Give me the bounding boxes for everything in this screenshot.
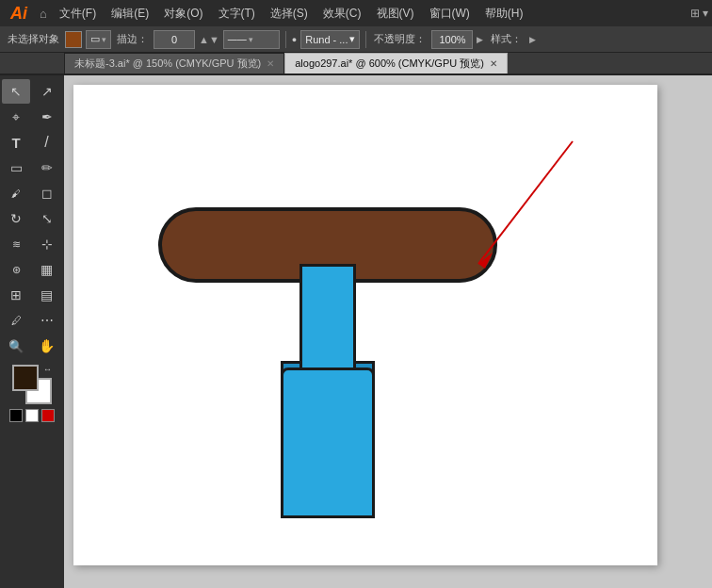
menu-window[interactable]: 窗口(W) <box>423 4 477 24</box>
sep2 <box>365 31 366 48</box>
eraser-tool[interactable]: ◻ <box>33 181 61 205</box>
foreground-color-swatch[interactable] <box>12 365 39 391</box>
mini-white[interactable] <box>25 409 39 422</box>
sep1 <box>285 31 286 48</box>
toolbar: 未选择对象 ▭ ▾ 描边： ▲▼ —— ▾ ● Rund - ... ▾ 不透明… <box>0 26 712 53</box>
shaft-body <box>281 368 375 518</box>
tab-0[interactable]: 未标题-3.ai* @ 150% (CMYK/GPU 预览) ✕ <box>64 53 284 74</box>
stroke-label: 描边： <box>115 32 150 46</box>
line-tool[interactable]: / <box>33 130 61 155</box>
opacity-input[interactable] <box>431 30 473 49</box>
rotate-tool[interactable]: ↻ <box>2 206 30 231</box>
fill-stroke-swatches[interactable]: ↔ <box>12 365 52 404</box>
opacity-label: 不透明度： <box>372 32 428 46</box>
type-tool[interactable]: T <box>2 130 30 155</box>
graph-tool[interactable]: ▦ <box>33 257 61 282</box>
menu-type[interactable]: 文字(T) <box>212 4 262 24</box>
stroke-color-indicator: ▭ <box>90 33 100 45</box>
menu-view[interactable]: 视图(V) <box>370 4 421 24</box>
transform-tool[interactable]: ⊹ <box>33 232 61 256</box>
tab-close-0[interactable]: ✕ <box>267 58 274 69</box>
menu-help[interactable]: 帮助(H) <box>478 4 530 24</box>
app-logo: Ai <box>4 4 34 24</box>
tabs-bar: 未标题-3.ai* @ 150% (CMYK/GPU 预览) ✕ alogo29… <box>0 53 712 75</box>
color-panel: ↔ <box>2 359 62 426</box>
stroke-style-dropdown[interactable]: —— ▾ <box>223 30 280 49</box>
pen-tool[interactable]: ✒ <box>33 105 61 129</box>
lasso-tool[interactable]: ⌖ <box>2 105 30 129</box>
rect-tool[interactable]: ▭ <box>2 155 30 180</box>
no-selection-label: 未选择对象 <box>6 32 61 46</box>
main-area: ↖ ↗ ⌖ ✒ T / ▭ ✏ 🖌 ◻ ↻ ⤡ ≋ ⊹ ⊛ ▦ ⊞ ▤ 🖊 ⋯ … <box>0 75 712 588</box>
blend-tool[interactable]: ⋯ <box>33 308 61 333</box>
brush-dropdown[interactable]: Rund - ... ▾ <box>300 30 360 49</box>
menu-object[interactable]: 对象(O) <box>157 4 209 24</box>
tab-1[interactable]: alogo297.ai* @ 600% (CMYK/GPU 预览) ✕ <box>284 53 508 74</box>
pencil-tool[interactable]: ✏ <box>33 155 61 180</box>
warp-tool[interactable]: ≋ <box>2 232 30 256</box>
stroke-input[interactable] <box>154 30 195 49</box>
mesh-tool[interactable]: ⊞ <box>2 283 30 307</box>
home-icon[interactable]: ⌂ <box>36 7 51 21</box>
menu-select[interactable]: 选择(S) <box>264 4 315 24</box>
swap-colors-icon[interactable]: ↔ <box>43 365 52 374</box>
menu-bar: Ai ⌂ 文件(F) 编辑(E) 对象(O) 文字(T) 选择(S) 效果(C)… <box>0 0 712 26</box>
stroke-dropdown[interactable]: ▭ ▾ <box>86 30 111 49</box>
menu-effect[interactable]: 效果(C) <box>316 4 368 24</box>
hand-tool[interactable]: ✋ <box>33 334 61 358</box>
mini-color-row <box>9 409 55 422</box>
workspace-switcher[interactable]: ⊞ ▾ <box>690 7 708 20</box>
symbol-tool[interactable]: ⊛ <box>2 257 30 282</box>
artboard <box>73 85 657 565</box>
menu-edit[interactable]: 编辑(E) <box>105 4 155 24</box>
selection-tool[interactable]: ↖ <box>2 79 30 104</box>
zoom-tool[interactable]: 🔍 <box>2 334 30 358</box>
toolbox: ↖ ↗ ⌖ ✒ T / ▭ ✏ 🖌 ◻ ↻ ⤡ ≋ ⊹ ⊛ ▦ ⊞ ▤ 🖊 ⋯ … <box>0 75 64 588</box>
gradient-tool[interactable]: ▤ <box>33 283 61 307</box>
scale-tool[interactable]: ⤡ <box>33 206 61 231</box>
canvas-area[interactable] <box>64 75 712 588</box>
eyedropper-tool[interactable]: 🖊 <box>2 308 30 333</box>
dot-indicator: ● <box>292 35 297 44</box>
direct-selection-tool[interactable]: ↗ <box>33 79 61 104</box>
mini-black[interactable] <box>9 409 23 422</box>
style-label: 样式： <box>487 32 526 46</box>
menu-file[interactable]: 文件(F) <box>53 4 103 24</box>
fill-swatch[interactable] <box>65 31 82 48</box>
blob-brush-tool[interactable]: 🖌 <box>2 181 30 205</box>
tab-close-1[interactable]: ✕ <box>490 58 497 69</box>
mini-red[interactable] <box>41 409 55 422</box>
